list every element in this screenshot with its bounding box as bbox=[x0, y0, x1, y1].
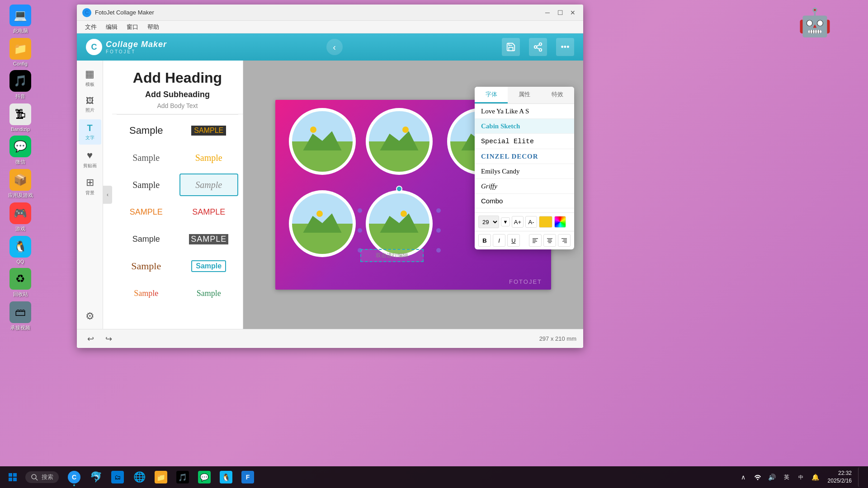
desktop-icon-file[interactable]: 🗃 承接视频 bbox=[5, 301, 36, 331]
font-color-swatch[interactable] bbox=[539, 216, 552, 228]
circle-frame-bl[interactable] bbox=[289, 190, 356, 257]
close-button[interactable]: ✕ bbox=[568, 8, 578, 18]
taskbar-explorer[interactable]: 📁 bbox=[151, 467, 171, 487]
redo-button[interactable]: ↪ bbox=[102, 332, 115, 346]
italic-button[interactable]: I bbox=[493, 234, 505, 247]
canvas-text-overlay[interactable]: 双击进行编辑 bbox=[360, 249, 424, 262]
font-list: Love Ya Like A S Cabin Sketch Special El… bbox=[475, 104, 574, 212]
show-desktop-button[interactable] bbox=[858, 467, 864, 487]
notification-icon[interactable]: 🔔 bbox=[809, 470, 822, 484]
align-left-button[interactable] bbox=[529, 234, 542, 247]
desktop-icon-qq[interactable]: 🐧 QQ bbox=[5, 236, 36, 264]
maximize-button[interactable]: ☐ bbox=[555, 8, 565, 18]
font-sample-serif[interactable]: Sample bbox=[117, 174, 176, 196]
font-item-griffy[interactable]: Griffy bbox=[475, 179, 574, 194]
menu-file[interactable]: 文件 bbox=[81, 22, 100, 32]
font-sample-red[interactable]: Sample bbox=[179, 201, 239, 223]
taskbar-dolphin[interactable]: 🐬 bbox=[86, 467, 106, 487]
font-sample-yellow-cursive[interactable]: Sample bbox=[179, 146, 239, 169]
desktop-icon-douyin[interactable]: 🎵 抖音 bbox=[5, 70, 36, 100]
text-props-body: Love Ya Like A S Cabin Sketch Special El… bbox=[475, 104, 574, 249]
taskbar-fotojet2[interactable]: F bbox=[238, 467, 258, 487]
subheading-preview[interactable]: Add Subheading bbox=[121, 90, 234, 99]
font-sample-cursive[interactable]: Sample bbox=[117, 146, 176, 169]
font-item-combo[interactable]: Combo bbox=[475, 194, 574, 208]
network-icon[interactable] bbox=[751, 470, 764, 484]
font-item-emilys[interactable]: Emilys Candy bbox=[475, 164, 574, 179]
ime-icon[interactable]: 中 bbox=[794, 470, 808, 484]
align-right-button[interactable] bbox=[558, 234, 571, 247]
sidebar-item-background[interactable]: ⊞ 背景 bbox=[79, 174, 101, 199]
font-sample-green[interactable]: Sample bbox=[179, 282, 239, 305]
sidebar-item-template[interactable]: ▦ 模板 bbox=[79, 65, 101, 90]
volume-icon[interactable]: 🔊 bbox=[765, 470, 779, 484]
circle-frame-bc[interactable] bbox=[366, 190, 433, 257]
font-item-love-ya[interactable]: Love Ya Like A S bbox=[475, 104, 574, 119]
font-sample-impact[interactable]: Sample bbox=[117, 119, 176, 142]
sidebar-item-text[interactable]: T 文字 bbox=[79, 119, 101, 145]
circle-frame-tc[interactable] bbox=[366, 108, 433, 175]
heading-preview[interactable]: Add Heading bbox=[121, 70, 234, 86]
font-size-decrease[interactable]: A- bbox=[525, 216, 537, 228]
circle-frame-tl[interactable] bbox=[289, 108, 356, 175]
font-sample-colorful[interactable]: Sample bbox=[117, 282, 176, 305]
tab-effects[interactable]: 特效 bbox=[541, 87, 574, 103]
desktop-icon-appstore[interactable]: 📦 应用及游戏 bbox=[5, 169, 36, 199]
desktop-icon-bandizip[interactable]: 🗜 Bandizip bbox=[5, 103, 36, 132]
svg-point-21 bbox=[32, 474, 36, 479]
more-button[interactable]: ••• bbox=[556, 38, 574, 56]
sidebar-item-sticker[interactable]: ♥ 剪贴画 bbox=[79, 146, 101, 172]
back-button[interactable]: ‹ bbox=[326, 39, 343, 55]
font-sample-yellow-block[interactable]: SAMPLE bbox=[179, 119, 239, 142]
sidebar-collapse-button[interactable]: ‹ bbox=[103, 186, 112, 204]
language-icon[interactable]: 英 bbox=[780, 470, 793, 484]
save-button[interactable] bbox=[502, 38, 520, 56]
desktop-icon-games[interactable]: 🎮 游戏 bbox=[5, 202, 36, 232]
canvas-watermark: FOTOJET bbox=[509, 278, 542, 285]
taskbar-fotojet[interactable]: C bbox=[64, 467, 84, 487]
taskbar-tiktok[interactable]: 🎵 bbox=[173, 467, 193, 487]
share-button[interactable] bbox=[529, 38, 547, 56]
taskbar-datetime[interactable]: 22:32 2025/2/16 bbox=[828, 469, 855, 485]
font-sample-script[interactable]: Sample bbox=[117, 255, 176, 277]
align-center-button[interactable] bbox=[543, 234, 556, 247]
menu-edit[interactable]: 编辑 bbox=[102, 22, 121, 32]
menu-help[interactable]: 帮助 bbox=[144, 22, 163, 32]
show-hidden-icons[interactable]: ∧ bbox=[736, 470, 750, 484]
sidebar-item-photo[interactable]: 🖼 照片 bbox=[79, 92, 101, 117]
taskbar-edge[interactable]: 🌐 bbox=[129, 467, 149, 487]
color-picker-button[interactable] bbox=[554, 216, 566, 228]
font-sample-3d[interactable]: SAMPLE bbox=[179, 228, 239, 250]
font-sample-shadow[interactable]: Sample bbox=[117, 228, 176, 250]
text-format-row: B I U bbox=[475, 231, 574, 249]
start-button[interactable] bbox=[4, 468, 22, 486]
bold-button[interactable]: B bbox=[478, 234, 491, 247]
tab-attributes[interactable]: 属性 bbox=[508, 87, 541, 103]
taskbar-search[interactable]: 搜索 bbox=[25, 471, 59, 483]
font-size-increase[interactable]: A+ bbox=[512, 216, 524, 228]
undo-button[interactable]: ↩ bbox=[84, 332, 97, 346]
font-item-cinzel[interactable]: CINZEL DECOR bbox=[475, 149, 574, 164]
font-sample-italic-serif[interactable]: Sample bbox=[179, 174, 239, 196]
tab-font[interactable]: 字体 bbox=[475, 87, 508, 103]
font-item-cabin-sketch[interactable]: Cabin Sketch bbox=[475, 119, 574, 134]
desktop-icon-recycle[interactable]: ♻ 回收站 bbox=[5, 268, 36, 298]
taskbar-qq[interactable]: 🐧 bbox=[216, 467, 236, 487]
body-text-preview[interactable]: Add Body Text bbox=[121, 102, 234, 109]
font-size-select[interactable]: 29 12 14 16 18 24 36 48 72 bbox=[478, 216, 499, 228]
dropdown-arrow[interactable]: ▼ bbox=[501, 217, 510, 226]
desktop-icon-computer[interactable]: 💻 此电脑 bbox=[5, 5, 36, 34]
taskbar: 搜索 C 🐬 🗂 🌐 📁 🎵 💬 🐧 F ∧ 🔊 英 中 🔔 22:32 bbox=[0, 466, 868, 488]
menu-window[interactable]: 窗口 bbox=[123, 22, 142, 32]
minimize-button[interactable]: ─ bbox=[542, 8, 552, 18]
desktop-icon-config[interactable]: 📁 Config bbox=[5, 38, 36, 66]
font-sample-orange[interactable]: SAMPLE bbox=[117, 201, 176, 223]
taskbar-wechat[interactable]: 💬 bbox=[194, 467, 214, 487]
underline-button[interactable]: U bbox=[507, 234, 520, 247]
desktop-icon-wechat[interactable]: 💬 微信 bbox=[5, 136, 36, 165]
font-item-kelly[interactable]: Kelly Slab bbox=[475, 208, 574, 212]
taskbar-photos[interactable]: 🗂 bbox=[108, 467, 127, 487]
font-item-special-elite[interactable]: Special Elite bbox=[475, 134, 574, 149]
sidebar-item-settings[interactable]: ⚙ bbox=[79, 304, 101, 329]
font-sample-teal[interactable]: Sample bbox=[179, 255, 239, 277]
